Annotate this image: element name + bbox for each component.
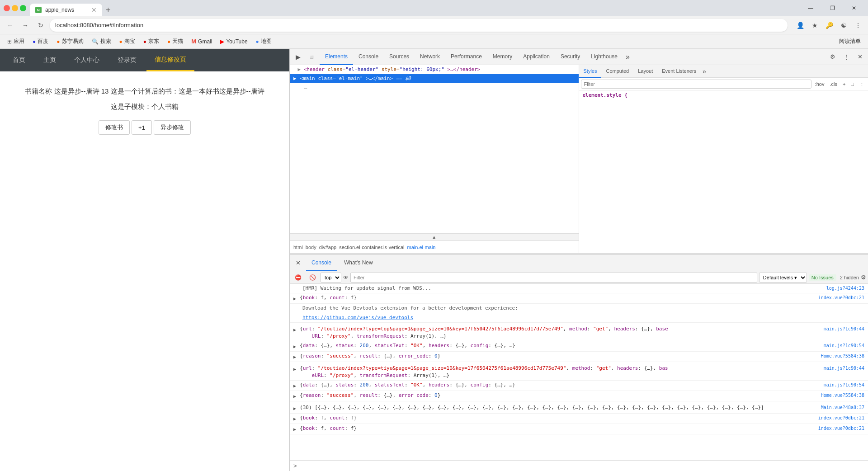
bc-body[interactable]: body [306,245,316,250]
bookmark-apps[interactable]: ⊞ 应用 [4,37,28,46]
close-traffic-light[interactable] [4,5,10,11]
new-tab-button[interactable]: + [102,4,114,16]
bookmark-suning[interactable]: ● 苏宁易购 [53,37,87,46]
tab-performance-2[interactable]: Performance [445,49,487,65]
st-computed[interactable]: Computed [601,65,633,78]
modify-book-button[interactable]: 修改书 [99,120,130,135]
device-button-2[interactable]: ◽ [305,51,318,63]
layout-grid-btn[interactable]: □ [849,80,856,88]
st-styles[interactable]: Styles [579,65,602,78]
tab-console-2[interactable]: Console [353,49,384,65]
maximize-traffic-light[interactable] [20,5,26,11]
console-line-hmr: [HMR] Waiting for update signal from WDS… [290,284,868,293]
tab-security-2[interactable]: Security [555,49,585,65]
back-button[interactable]: ← [4,19,16,32]
dom-main-line[interactable]: ▶ <main class="el-main" >…</main> == $0 [290,74,579,83]
array30-url[interactable]: Main.vue?48a8:37 [821,404,864,411]
tiyu-url[interactable]: main.js?1c90:44 [824,365,864,372]
plus1-button[interactable]: +1 [132,120,152,135]
tab-application-2[interactable]: Application [518,49,555,65]
book3-url[interactable]: index.vue?0dbc:21 [818,425,864,432]
dom-ellipsis-line[interactable]: … [290,83,579,92]
data-tiyu-url[interactable]: main.js?1c90:54 [824,382,864,389]
styles-filter-field[interactable] [581,80,811,89]
bookmark-jingdong[interactable]: ● 京东 [140,37,163,46]
browser-controls [4,5,26,11]
tab-lighthouse-2[interactable]: Lighthouse [585,49,623,65]
dom-header-line[interactable]: ▶ <header class="el-header" style="heigh… [290,65,579,74]
active-tab[interactable]: N apple_news ✕ [30,4,102,16]
bookmark-youtube[interactable]: ▶ YouTube [217,38,251,46]
nav-home[interactable]: 首页 [5,49,33,71]
restore-button[interactable]: ❐ [822,1,843,15]
book1-url[interactable]: index.vue?0dbc:21 [818,294,864,301]
window-close-button[interactable]: ✕ [844,1,864,15]
data-top-url[interactable]: main.js?1c90:54 [824,342,864,349]
menu-icon[interactable]: ⋮ [852,19,864,32]
forward-button[interactable]: → [19,19,32,32]
st-more[interactable]: » [701,68,708,75]
nav-main[interactable]: 主页 [35,49,64,71]
st-event-listeners[interactable]: Event Listeners [657,65,701,78]
inspect-button-2[interactable]: ▶ [292,51,304,63]
minimize-traffic-light[interactable] [12,5,18,11]
console-panel-close[interactable]: ✕ [292,257,304,269]
tab-memory-2[interactable]: Memory [487,49,518,65]
console-clear-btn[interactable]: ⛔ [292,271,304,284]
console-input[interactable] [300,463,864,469]
hmr-url[interactable]: log.js?4244:23 [826,285,864,292]
bookmark-taobao[interactable]: ● 淘宝 [116,37,139,46]
bookmark-tianmao[interactable]: ● 天猫 [164,37,187,46]
bookmark-maps[interactable]: ● 地图 [252,37,275,46]
tab-elements-2[interactable]: Elements [320,49,353,65]
async-modify-button[interactable]: 异步修改 [154,120,191,135]
address-input[interactable] [50,19,788,32]
dom-scroll-top[interactable]: ▲ [290,233,579,240]
top-url[interactable]: main.js?1c90:44 [824,325,864,333]
cls-btn[interactable]: .cls [828,80,839,88]
extensions-icon[interactable]: ☯ [837,19,850,32]
bc-main[interactable]: main.el-main [407,245,435,250]
console-preserve-btn[interactable]: 🚫 [306,271,319,284]
console-settings-btn[interactable]: ⚙ [861,274,866,281]
styles-more-btn[interactable]: ⋮ [858,80,866,88]
bookmark-baidu[interactable]: ● 百度 [29,37,52,46]
console-level-select[interactable]: Default levels ▾ [759,273,807,283]
minimize-button[interactable]: — [800,1,821,15]
add-rule-btn[interactable]: + [841,80,847,88]
console-filter-input[interactable] [350,273,757,283]
nav-login[interactable]: 登录页 [109,49,145,71]
more-tabs-2[interactable]: » [623,53,632,61]
reload-button[interactable]: ↻ [34,19,47,32]
styles-tabs-bar: Styles Computed Layout Event Listeners » [579,65,868,78]
st-layout[interactable]: Layout [633,65,657,78]
ct-whats-new[interactable]: What's New [339,255,378,271]
close-btn-2[interactable]: ✕ [854,51,866,63]
bc-html[interactable]: html [293,245,303,250]
ct-console[interactable]: Console [306,255,337,271]
nav-info-edit[interactable]: 信息修改页 [146,49,194,71]
bookmark-search[interactable]: 🔍 搜索 [88,37,115,46]
tab-close-button[interactable]: ✕ [91,6,97,14]
more-btn-2[interactable]: ⋮ [840,51,853,63]
bookmark-star-icon[interactable]: ★ [808,19,821,32]
profile-icon[interactable]: 👤 [794,19,807,32]
tab-network-2[interactable]: Network [415,49,445,65]
key-icon[interactable]: 🔑 [823,19,835,32]
sub-module: 这是子模块：个人书籍 [9,103,280,111]
nav-personal[interactable]: 个人中心 [66,49,108,71]
settings-btn-2[interactable]: ⚙ [826,51,839,63]
book-info: 书籍名称 这是异步--唐诗 13 这是一个计算后的书：这是一本好书这是异步--唐… [9,85,280,97]
bc-section[interactable]: section.el-container.is-vertical [339,245,404,250]
console-context-select[interactable]: top [321,273,341,283]
reason-top-url[interactable]: Home.vue?5584:38 [821,353,864,360]
bookmark-gmail[interactable]: M Gmail [188,37,216,46]
tab-sources-2[interactable]: Sources [384,49,415,65]
console-panel-overlay: ✕ Console What's New ⛔ 🚫 top 👁 Default l… [290,255,868,471]
book2-url[interactable]: index.vue?0dbc:21 [818,414,864,422]
reason-tiyu-url[interactable]: Home.vue?5584:38 [821,392,864,399]
reading-list-button[interactable]: 阅读清单 [835,37,864,46]
bc-divapp[interactable]: div#app [319,245,337,250]
vue-devtools-link[interactable]: https://github.com/vuejs/vue-devtools [302,315,413,320]
hov-btn[interactable]: :hov [813,80,826,88]
